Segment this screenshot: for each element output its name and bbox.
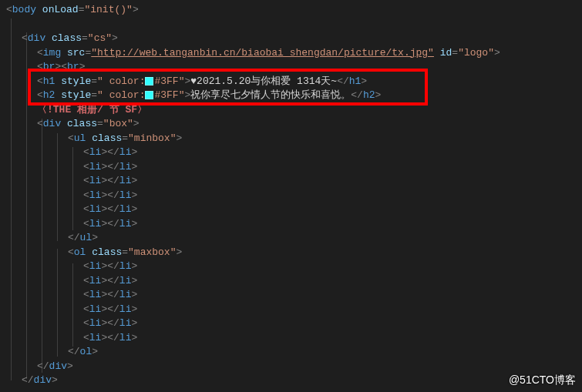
tag-ul: ul (74, 132, 86, 144)
code-line[interactable]: </div> (3, 360, 582, 374)
code-line-li[interactable]: <li></li> (3, 174, 582, 189)
code-line-h2[interactable]: <h2 style=" color:#3FF">祝你享尽七夕情人节的快乐和喜悦。… (3, 89, 582, 103)
code-line[interactable]: <div class="cs"> (3, 32, 582, 46)
code-line[interactable]: <ol class="maxbox"> (3, 246, 582, 260)
tag-body: body (12, 4, 36, 15)
attr-value: "init()" (84, 4, 132, 15)
code-line-li[interactable]: <li></li> (3, 260, 582, 274)
color-swatch-icon (145, 77, 153, 85)
tag-h1: h1 (43, 75, 56, 87)
code-line-li[interactable]: <li></li> (3, 274, 582, 289)
code-line[interactable]: </ol> (3, 345, 582, 360)
code-line[interactable]: </ul> (3, 231, 582, 246)
code-line-li[interactable]: <li></li> (3, 189, 582, 203)
code-line-li[interactable]: <li></li> (3, 303, 582, 317)
code-line-li[interactable]: <li></li> (3, 203, 582, 217)
tag-ol: ol (74, 246, 86, 258)
watermark-text: @51CTO博客 (509, 374, 576, 387)
text-content: 祝你享尽七夕情人节的快乐和喜悦。 (190, 89, 351, 101)
tag-img: img (43, 47, 61, 59)
code-line-li[interactable]: <li></li> (3, 160, 582, 175)
code-line-li[interactable]: <li></li> (3, 317, 582, 331)
code-line[interactable]: <br><br> (3, 60, 582, 75)
bracket: < (6, 4, 12, 15)
code-line[interactable]: <body onLoad="init()"> (3, 3, 582, 18)
text-content: ♥2021.5.20与你相爱 1314天~ (190, 75, 337, 87)
code-line-blank[interactable] (3, 18, 582, 32)
code-line-li[interactable]: <li></li> (3, 146, 582, 160)
code-line[interactable]: </div> (3, 374, 582, 388)
code-line[interactable]: <ul class="minbox"> (3, 132, 582, 146)
tag-div: div (28, 32, 45, 44)
code-line-li[interactable]: <li></li> (3, 217, 582, 232)
code-line-h1[interactable]: <h1 style=" color:#3FF">♥2021.5.20与你相爱 1… (3, 75, 582, 89)
code-line-li[interactable]: <li></li> (3, 331, 582, 346)
attr: onLoad (36, 4, 79, 15)
code-line[interactable]: <img src="http://web.tanganbin.cn/biaoba… (3, 46, 582, 61)
code-line[interactable]: <div class="box"> (3, 117, 582, 132)
code-line-comment[interactable]: 〈!THE 相册/ 节 SF〉 (3, 103, 582, 118)
tag-h2: h2 (43, 89, 56, 101)
color-swatch-icon (145, 91, 153, 99)
code-line-li[interactable]: <li></li> (3, 288, 582, 303)
code-editor[interactable]: <body onLoad="init()"> <div class="cs"> … (0, 0, 582, 391)
